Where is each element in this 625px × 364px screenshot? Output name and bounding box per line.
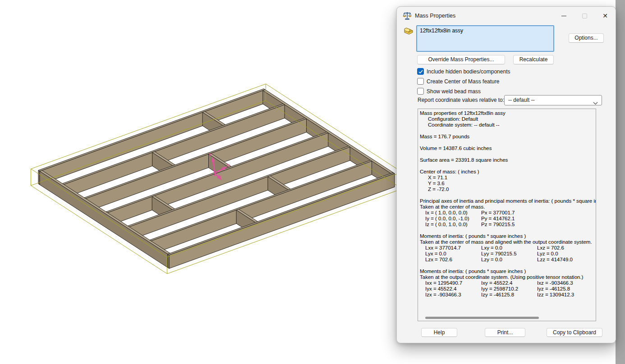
mass-properties-dialog: Mass Properties ✕ 12ftx12ftx8in assy Opt… <box>396 6 616 343</box>
report-line: Surface area = 23391.8 square inches <box>418 157 596 163</box>
check-icon <box>418 70 423 74</box>
checkbox-label: Include hidden bodies/components <box>427 68 510 75</box>
report-line: Ix = ( 1.0, 0.0, 0.0)Px = 377001.7 <box>418 210 596 216</box>
report-line: Z = -72.0 <box>418 187 596 192</box>
help-button[interactable]: Help <box>421 328 457 337</box>
override-mass-properties-button[interactable]: Override Mass Properties... <box>417 55 505 64</box>
report-line: Center of mass: ( inches ) <box>418 169 596 175</box>
report-line: Lxx = 377014.7Lxy = 0.0Lxz = 702.6 <box>418 245 596 251</box>
dropdown-value: -- default -- <box>508 97 535 103</box>
report-line: Izx = -903466.3Izy = -46125.8Izz = 13094… <box>418 292 596 298</box>
chevron-down-icon <box>593 99 598 108</box>
report-line <box>418 228 596 233</box>
report-line <box>418 128 596 134</box>
report-line <box>418 163 596 169</box>
report-line: Volume = 14387.6 cubic inches <box>418 146 596 151</box>
recalculate-button[interactable]: Recalculate <box>513 55 554 64</box>
minimize-button[interactable] <box>557 10 570 21</box>
close-button[interactable]: ✕ <box>598 10 612 21</box>
report-line: Coordinate system: -- default -- <box>418 122 596 128</box>
report-line: Iyx = 45522.4Iyy = 2598710.2Iyz = -46125… <box>418 286 596 292</box>
assembly-name-field[interactable]: 12ftx12ftx8in assy <box>416 25 554 52</box>
checkbox-box[interactable] <box>417 78 424 85</box>
report-line: Mass properties of 12ftx12ftx8in assy <box>418 110 596 116</box>
wood-frame <box>38 89 395 268</box>
titlebar[interactable]: Mass Properties ✕ <box>397 7 616 25</box>
report-line: Principal axes of inertia and principal … <box>418 198 596 204</box>
report-coordinate-label: Report coordinate values relative to: <box>418 95 504 105</box>
report-line: Y = 3.6 <box>418 181 596 187</box>
window-title: Mass Properties <box>415 13 455 19</box>
print-button[interactable]: Print... <box>485 328 525 337</box>
checkbox-label: Show weld bead mass <box>427 88 481 95</box>
report-line: Lzx = 702.6Lzy = 0.0Lzz = 414749.0 <box>418 257 596 263</box>
horizontal-scrollbar-thumb[interactable] <box>425 317 539 319</box>
checkbox-label: Create Center of Mass feature <box>427 78 499 85</box>
report-line: Lyx = 0.0Lyy = 790215.5Lyz = 0.0 <box>418 251 596 257</box>
report-line: Moments of inertia: ( pounds * square in… <box>418 268 596 274</box>
checkbox-box[interactable] <box>417 68 424 75</box>
checkbox-box[interactable] <box>417 88 424 95</box>
report-line: Taken at the center of mass. <box>418 204 596 210</box>
report-line: Ixx = 1295490.7Ixy = 45522.4Ixz = -90346… <box>418 280 596 286</box>
options-button[interactable]: Options... <box>569 33 604 43</box>
graphics-viewport[interactable]: Iz Iy Ix <box>0 0 406 364</box>
report-line <box>418 151 596 157</box>
report-line <box>418 192 596 198</box>
report-line: X = 71.1 <box>418 175 596 181</box>
report-text: Mass properties of 12ftx12ftx8in assyCon… <box>418 110 596 298</box>
triad-label-z: Iz <box>209 153 212 157</box>
triad-label-y: Iy <box>227 163 230 167</box>
outside-window-area <box>616 0 625 364</box>
model-svg[interactable] <box>0 0 406 364</box>
triad-label-x: Ix <box>218 174 221 178</box>
report-line: Taken at the center of mass and aligned … <box>418 239 596 245</box>
mass-properties-scale-icon <box>403 11 412 20</box>
maximize-button[interactable] <box>578 10 591 21</box>
report-line: Mass = 176.7 pounds <box>418 134 596 140</box>
report-line: Moments of inertia: ( pounds * square in… <box>418 233 596 239</box>
report-line: Taken at the output coordinate system. (… <box>418 274 596 280</box>
part-icon <box>403 26 414 37</box>
report-line: Iz = ( 0.0, 1.0, 0.0)Pz = 790215.5 <box>418 222 596 228</box>
mass-properties-report[interactable]: Mass properties of 12ftx12ftx8in assyCon… <box>418 109 596 321</box>
report-line <box>418 140 596 146</box>
coordinate-system-dropdown[interactable]: -- default -- <box>504 95 602 105</box>
report-line <box>418 263 596 268</box>
copy-to-clipboard-button[interactable]: Copy to Clipboard <box>547 328 602 337</box>
report-line: Configuration: Default <box>418 116 596 122</box>
report-line: Iy = ( 0.0, 0.0, -1.0)Py = 414762.1 <box>418 216 596 222</box>
